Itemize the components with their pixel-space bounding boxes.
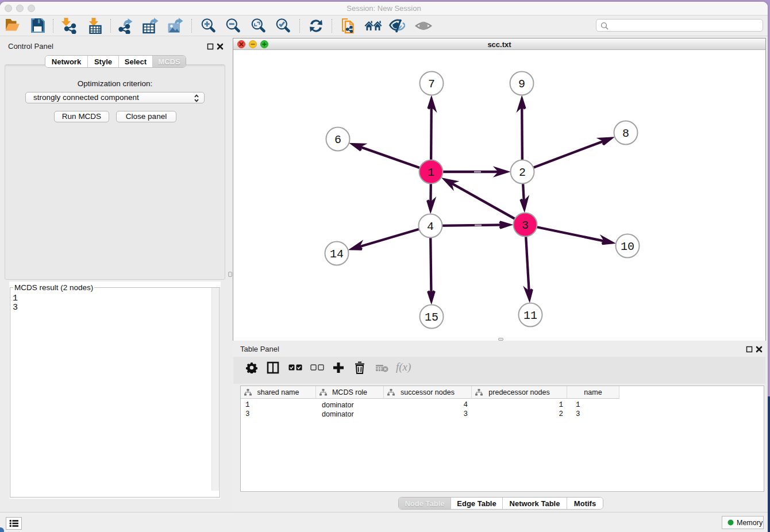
svg-text:7: 7 bbox=[428, 78, 435, 91]
svg-text:15: 15 bbox=[425, 311, 438, 324]
svg-text:3: 3 bbox=[522, 219, 529, 232]
svg-text:6: 6 bbox=[334, 133, 341, 147]
svg-text:2: 2 bbox=[519, 166, 526, 179]
svg-text:9: 9 bbox=[518, 78, 525, 91]
svg-text:8: 8 bbox=[622, 127, 629, 140]
svg-text:4: 4 bbox=[427, 220, 434, 233]
svg-text:10: 10 bbox=[621, 240, 634, 253]
svg-text:1: 1 bbox=[428, 166, 434, 179]
svg-text:14: 14 bbox=[330, 248, 344, 261]
svg-text:11: 11 bbox=[523, 309, 537, 322]
